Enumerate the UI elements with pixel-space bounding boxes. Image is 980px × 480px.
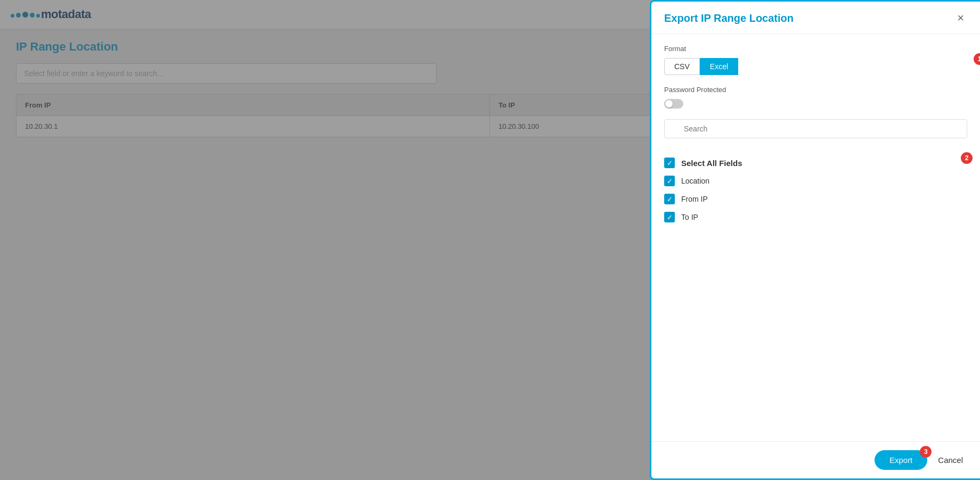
export-modal: Export IP Range Location × Format CSV Ex… (650, 0, 980, 480)
select-all-checkmark: ✓ (667, 160, 673, 167)
field-item-from-ip[interactable]: ✓ From IP (664, 194, 967, 204)
field-item-location[interactable]: ✓ Location (664, 176, 967, 186)
modal-header: Export IP Range Location × (651, 2, 980, 34)
from-ip-checkmark: ✓ (667, 196, 673, 203)
format-label: Format (664, 45, 967, 53)
to-ip-checkmark: ✓ (667, 214, 673, 221)
cancel-button[interactable]: Cancel (934, 450, 967, 470)
modal-body: Format CSV Excel 1 Password Protected 🔍 … (651, 34, 980, 441)
to-ip-label: To IP (681, 213, 698, 221)
step-badge-3: 3 (920, 446, 932, 458)
to-ip-checkbox[interactable]: ✓ (664, 212, 675, 222)
modal-footer: Export 3 Cancel (651, 441, 980, 478)
select-all-checkbox[interactable]: ✓ (664, 158, 675, 168)
export-button[interactable]: Export 3 (875, 450, 927, 470)
location-checkbox[interactable]: ✓ (664, 176, 675, 186)
from-ip-checkbox[interactable]: ✓ (664, 194, 675, 204)
field-item-to-ip[interactable]: ✓ To IP (664, 212, 967, 222)
field-search-input[interactable] (664, 119, 967, 138)
select-all-label: Select All Fields (681, 159, 742, 168)
format-selector: CSV Excel 1 (664, 58, 967, 75)
location-checkmark: ✓ (667, 178, 673, 185)
from-ip-label: From IP (681, 195, 708, 203)
password-label: Password Protected (664, 86, 967, 94)
toggle-thumb (665, 100, 673, 107)
select-all-field-item[interactable]: ✓ Select All Fields 2 (664, 158, 967, 168)
modal-title: Export IP Range Location (664, 12, 794, 24)
step-badge-1: 1 (974, 53, 980, 65)
modal-close-button[interactable]: × (954, 11, 967, 25)
password-toggle[interactable] (664, 99, 683, 109)
step-badge-2: 2 (961, 152, 973, 164)
format-excel-button[interactable]: Excel (700, 58, 738, 75)
fields-list: ✓ Select All Fields 2 ✓ Location ✓ From … (664, 158, 967, 222)
location-label: Location (681, 177, 709, 185)
field-search-wrapper: 🔍 (664, 119, 967, 148)
password-section: Password Protected (664, 86, 967, 109)
format-csv-button[interactable]: CSV (664, 58, 700, 75)
